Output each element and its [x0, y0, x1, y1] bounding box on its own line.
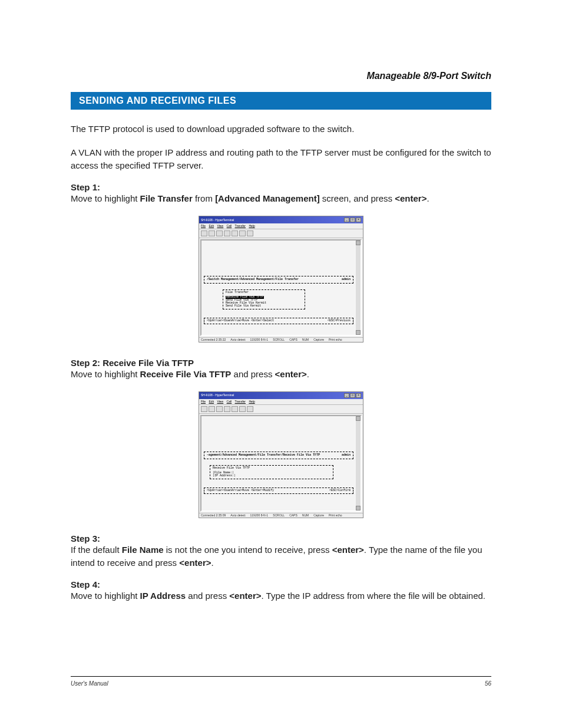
text-bold: Receive File Via TFTP — [140, 369, 232, 379]
menu-transfer: Transfer — [235, 400, 246, 403]
step-3-heading: Step 3: — [71, 533, 491, 543]
text: and press — [186, 591, 229, 601]
step-1-heading: Step 1: — [71, 182, 491, 192]
receive-file-box: Receive File Via TFTP |File Name:| |IP A… — [210, 465, 333, 479]
terminal-header-block: /Switch Management/Advanced Management/F… — [204, 276, 353, 284]
text: from — [193, 193, 215, 203]
step-3-text: If the default File Name is not the one … — [71, 543, 491, 569]
figure-1: SH-9108 - HyperTerminal _ □ × File Edit … — [199, 216, 363, 342]
window-title: SH-9108 - HyperTerminal — [201, 219, 234, 222]
status-item: Connected 2:35:09 — [201, 514, 226, 517]
maximize-icon: □ — [350, 218, 355, 222]
window-title: SH-9108 - HyperTerminal — [201, 394, 234, 397]
window-buttons: _ □ × — [344, 218, 361, 222]
toolbar-button — [216, 406, 223, 412]
text-bold: IP Address — [140, 591, 186, 601]
terminal-area: /Switch Management/Advanced Management/F… — [200, 239, 362, 336]
footer-page-number: 56 — [485, 680, 491, 687]
toolbar-button — [247, 406, 253, 412]
text: . — [427, 193, 429, 203]
status-item: Print echo — [329, 514, 342, 517]
menu-view: View — [217, 400, 223, 403]
statusbar: Connected 2:35:22 Auto detect 119200 8-N… — [199, 337, 363, 342]
status-item: Connected 2:35:22 — [201, 338, 226, 341]
toolbar-button — [232, 230, 238, 236]
window-titlebar: SH-9108 - HyperTerminal _ □ × — [199, 216, 363, 223]
intro-paragraph-2: A VLAN with the proper IP address and ro… — [71, 146, 491, 172]
window-titlebar: SH-9108 - HyperTerminal _ □ × — [199, 392, 363, 399]
text-bold: File Transfer — [140, 193, 193, 203]
step-2-heading: Step 2: Receive File Via TFTP — [71, 358, 491, 368]
menu-call: Call — [227, 400, 232, 403]
text: is not the one you intend to receive, pr… — [164, 545, 332, 555]
admin-label: admin — [342, 278, 351, 281]
text: . — [211, 558, 213, 568]
page-header-title: Manageable 8/9-Port Switch — [71, 71, 491, 81]
toolbar-button — [216, 230, 223, 236]
toolbar — [199, 405, 363, 414]
terminal-hints: <UpArrow><DownArrow>Move <Enter>Modify <… — [204, 487, 353, 494]
admin-label: admin — [342, 454, 351, 457]
close-icon: × — [356, 393, 361, 398]
hyperterminal-window: SH-9108 - HyperTerminal _ □ × File Edit … — [199, 216, 363, 342]
minimize-icon: _ — [344, 393, 349, 398]
breadcrumb: ~agement/Advanced Management/File Transf… — [207, 454, 320, 457]
text: . — [307, 369, 309, 379]
manual-page: Manageable 8/9-Port Switch SENDING AND R… — [0, 0, 562, 728]
field-ipaddress-label: |IP Address:| — [213, 474, 236, 477]
toolbar-button — [224, 406, 230, 412]
breadcrumb: /Switch Management/Advanced Management/F… — [207, 278, 299, 281]
scrollbar — [355, 416, 361, 510]
toolbar-button — [209, 230, 215, 236]
terminal-header-block: ~agement/Advanced Management/File Transf… — [204, 452, 353, 459]
hyperterminal-window: SH-9108 - HyperTerminal _ □ × File Edit … — [199, 391, 363, 518]
status-item: SCROLL — [273, 338, 285, 341]
maximize-icon: □ — [350, 393, 355, 398]
key-enter: <enter> — [229, 591, 261, 601]
text: . Type the IP address from where the fil… — [262, 591, 486, 601]
figure-2: SH-9108 - HyperTerminal _ □ × File Edit … — [199, 391, 363, 518]
status-item: NUM — [302, 514, 309, 517]
section-heading: SENDING AND RECEIVING FILES — [71, 92, 491, 110]
menu-transfer: Transfer — [235, 224, 246, 228]
toolbar-button — [224, 230, 230, 236]
close-icon: × — [356, 218, 361, 222]
minimize-icon: _ — [344, 218, 349, 222]
status-item: 119200 8-N-1 — [250, 514, 269, 517]
step-1-text: Move to highlight File Transfer from [Ad… — [71, 192, 491, 205]
status-item: Capture — [313, 514, 324, 517]
menu-help: Help — [249, 224, 254, 228]
menu-item: Send File Via Kermit — [226, 305, 302, 308]
text-bold: File Name — [122, 545, 164, 555]
toolbar-button — [201, 406, 207, 412]
hints-right: <ESC>Previous — [328, 319, 351, 322]
menu-file: File — [201, 224, 206, 228]
footer-left: User's Manual — [71, 680, 108, 687]
menu-edit: Edit — [209, 224, 214, 228]
text-bold: [Advanced Management] — [215, 193, 320, 203]
menu-view: View — [217, 224, 223, 228]
step-4-text: Move to highlight IP Address and press <… — [71, 589, 491, 602]
text: and press — [231, 369, 275, 379]
status-item: CAPS — [289, 514, 297, 517]
status-item: 119200 8-N-1 — [250, 338, 269, 341]
file-transfer-box: File Transfer Receive File Via TFTP Send… — [223, 289, 305, 309]
menubar: File Edit View Call Transfer Help — [199, 399, 363, 405]
text: Move to highlight — [71, 591, 140, 601]
status-item: SCROLL — [273, 514, 285, 517]
scrollbar — [355, 241, 361, 335]
key-enter: <enter> — [332, 545, 364, 555]
status-item: CAPS — [289, 338, 297, 341]
menu-call: Call — [227, 224, 232, 228]
statusbar: Connected 2:35:09 Auto detect 119200 8-N… — [199, 513, 363, 518]
terminal-hints: <UpArrow><DownArrow>Move <Enter>Select <… — [204, 318, 353, 324]
status-item: Auto detect — [230, 514, 245, 517]
key-enter: <enter> — [275, 369, 307, 379]
menu-help: Help — [249, 400, 254, 403]
terminal-body: /Switch Management/Advanced Management/F… — [201, 241, 356, 335]
terminal-body: ~agement/Advanced Management/File Transf… — [201, 416, 356, 510]
text: Move to highlight — [71, 193, 140, 203]
status-item: Auto detect — [230, 338, 245, 341]
status-item: NUM — [302, 338, 309, 341]
step-4-heading: Step 4: — [71, 579, 491, 589]
